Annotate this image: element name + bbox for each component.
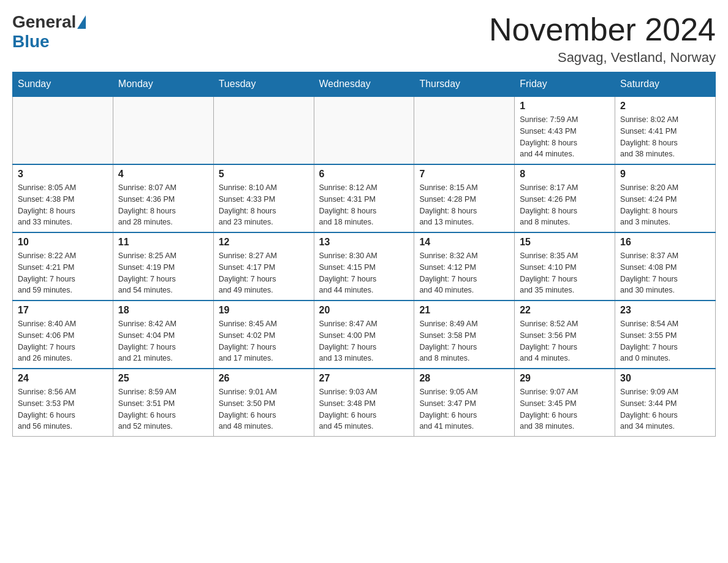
day-number: 10 xyxy=(18,237,108,248)
title-area: November 2024 Sagvag, Vestland, Norway xyxy=(489,12,716,66)
day-info: Sunrise: 8:30 AM Sunset: 4:15 PM Dayligh… xyxy=(319,250,409,296)
calendar-cell: 10Sunrise: 8:22 AM Sunset: 4:21 PM Dayli… xyxy=(13,232,113,301)
calendar-cell xyxy=(113,96,213,164)
day-number: 17 xyxy=(18,305,108,316)
calendar-header-wednesday: Wednesday xyxy=(314,72,414,97)
calendar-header-saturday: Saturday xyxy=(615,72,716,97)
day-info: Sunrise: 9:01 AM Sunset: 3:50 PM Dayligh… xyxy=(219,386,309,432)
day-number: 12 xyxy=(219,237,309,248)
day-number: 6 xyxy=(319,169,409,180)
day-info: Sunrise: 8:37 AM Sunset: 4:08 PM Dayligh… xyxy=(620,250,710,296)
calendar-cell: 6Sunrise: 8:12 AM Sunset: 4:31 PM Daylig… xyxy=(314,164,414,232)
day-number: 18 xyxy=(118,305,208,316)
calendar-cell: 19Sunrise: 8:45 AM Sunset: 4:02 PM Dayli… xyxy=(213,301,314,369)
day-info: Sunrise: 8:59 AM Sunset: 3:51 PM Dayligh… xyxy=(118,386,208,432)
day-info: Sunrise: 8:54 AM Sunset: 3:55 PM Dayligh… xyxy=(620,318,710,364)
logo-general-text: General xyxy=(12,12,76,32)
calendar-cell: 26Sunrise: 9:01 AM Sunset: 3:50 PM Dayli… xyxy=(213,369,314,437)
logo-triangle-icon xyxy=(77,15,86,29)
calendar-cell: 17Sunrise: 8:40 AM Sunset: 4:06 PM Dayli… xyxy=(13,301,113,369)
day-number: 30 xyxy=(620,373,710,384)
day-number: 7 xyxy=(419,169,509,180)
calendar-cell xyxy=(13,96,113,164)
calendar-cell xyxy=(414,96,515,164)
calendar-cell xyxy=(213,96,314,164)
week-row-3: 10Sunrise: 8:22 AM Sunset: 4:21 PM Dayli… xyxy=(13,232,716,301)
day-number: 11 xyxy=(118,237,208,248)
day-info: Sunrise: 9:05 AM Sunset: 3:47 PM Dayligh… xyxy=(419,386,509,432)
day-info: Sunrise: 9:07 AM Sunset: 3:45 PM Dayligh… xyxy=(520,386,610,432)
day-info: Sunrise: 7:59 AM Sunset: 4:43 PM Dayligh… xyxy=(520,114,610,160)
day-info: Sunrise: 9:03 AM Sunset: 3:48 PM Dayligh… xyxy=(319,386,409,432)
calendar-cell: 21Sunrise: 8:49 AM Sunset: 3:58 PM Dayli… xyxy=(414,301,515,369)
day-number: 21 xyxy=(419,305,509,316)
calendar-cell: 11Sunrise: 8:25 AM Sunset: 4:19 PM Dayli… xyxy=(113,232,213,301)
day-number: 16 xyxy=(620,237,710,248)
day-number: 29 xyxy=(520,373,610,384)
day-number: 3 xyxy=(18,169,108,180)
day-info: Sunrise: 8:40 AM Sunset: 4:06 PM Dayligh… xyxy=(18,318,108,364)
day-info: Sunrise: 8:25 AM Sunset: 4:19 PM Dayligh… xyxy=(118,250,208,296)
calendar-cell xyxy=(314,96,414,164)
day-info: Sunrise: 8:52 AM Sunset: 3:56 PM Dayligh… xyxy=(520,318,610,364)
day-info: Sunrise: 8:12 AM Sunset: 4:31 PM Dayligh… xyxy=(319,182,409,228)
day-number: 27 xyxy=(319,373,409,384)
calendar-header-thursday: Thursday xyxy=(414,72,515,97)
page-header: General Blue November 2024 Sagvag, Vestl… xyxy=(12,12,716,66)
day-info: Sunrise: 8:47 AM Sunset: 4:00 PM Dayligh… xyxy=(319,318,409,364)
day-info: Sunrise: 8:32 AM Sunset: 4:12 PM Dayligh… xyxy=(419,250,509,296)
day-number: 23 xyxy=(620,305,710,316)
day-info: Sunrise: 8:02 AM Sunset: 4:41 PM Dayligh… xyxy=(620,114,710,160)
day-info: Sunrise: 9:09 AM Sunset: 3:44 PM Dayligh… xyxy=(620,386,710,432)
day-number: 2 xyxy=(620,101,710,112)
calendar-header-tuesday: Tuesday xyxy=(213,72,314,97)
calendar-cell: 27Sunrise: 9:03 AM Sunset: 3:48 PM Dayli… xyxy=(314,369,414,437)
day-number: 15 xyxy=(520,237,610,248)
week-row-1: 1Sunrise: 7:59 AM Sunset: 4:43 PM Daylig… xyxy=(13,96,716,164)
calendar-cell: 16Sunrise: 8:37 AM Sunset: 4:08 PM Dayli… xyxy=(615,232,716,301)
day-number: 20 xyxy=(319,305,409,316)
day-info: Sunrise: 8:15 AM Sunset: 4:28 PM Dayligh… xyxy=(419,182,509,228)
day-info: Sunrise: 8:10 AM Sunset: 4:33 PM Dayligh… xyxy=(219,182,309,228)
month-title: November 2024 xyxy=(489,12,716,47)
calendar-cell: 15Sunrise: 8:35 AM Sunset: 4:10 PM Dayli… xyxy=(515,232,615,301)
day-number: 5 xyxy=(219,169,309,180)
calendar-header-row: SundayMondayTuesdayWednesdayThursdayFrid… xyxy=(13,72,716,97)
calendar-header-friday: Friday xyxy=(515,72,615,97)
calendar-cell: 9Sunrise: 8:20 AM Sunset: 4:24 PM Daylig… xyxy=(615,164,716,232)
logo-blue-text: Blue xyxy=(12,32,50,51)
day-number: 28 xyxy=(419,373,509,384)
calendar-cell: 24Sunrise: 8:56 AM Sunset: 3:53 PM Dayli… xyxy=(13,369,113,437)
day-number: 25 xyxy=(118,373,208,384)
calendar-cell: 22Sunrise: 8:52 AM Sunset: 3:56 PM Dayli… xyxy=(515,301,615,369)
calendar-cell: 3Sunrise: 8:05 AM Sunset: 4:38 PM Daylig… xyxy=(13,164,113,232)
calendar-cell: 1Sunrise: 7:59 AM Sunset: 4:43 PM Daylig… xyxy=(515,96,615,164)
calendar-cell: 29Sunrise: 9:07 AM Sunset: 3:45 PM Dayli… xyxy=(515,369,615,437)
calendar-cell: 5Sunrise: 8:10 AM Sunset: 4:33 PM Daylig… xyxy=(213,164,314,232)
day-number: 13 xyxy=(319,237,409,248)
location-subtitle: Sagvag, Vestland, Norway xyxy=(489,50,716,66)
calendar-header-monday: Monday xyxy=(113,72,213,97)
calendar-cell: 2Sunrise: 8:02 AM Sunset: 4:41 PM Daylig… xyxy=(615,96,716,164)
day-info: Sunrise: 8:49 AM Sunset: 3:58 PM Dayligh… xyxy=(419,318,509,364)
day-info: Sunrise: 8:17 AM Sunset: 4:26 PM Dayligh… xyxy=(520,182,610,228)
calendar-cell: 30Sunrise: 9:09 AM Sunset: 3:44 PM Dayli… xyxy=(615,369,716,437)
logo: General Blue xyxy=(12,12,87,52)
calendar-cell: 28Sunrise: 9:05 AM Sunset: 3:47 PM Dayli… xyxy=(414,369,515,437)
calendar-cell: 8Sunrise: 8:17 AM Sunset: 4:26 PM Daylig… xyxy=(515,164,615,232)
calendar-cell: 20Sunrise: 8:47 AM Sunset: 4:00 PM Dayli… xyxy=(314,301,414,369)
week-row-2: 3Sunrise: 8:05 AM Sunset: 4:38 PM Daylig… xyxy=(13,164,716,232)
calendar-cell: 25Sunrise: 8:59 AM Sunset: 3:51 PM Dayli… xyxy=(113,369,213,437)
day-number: 26 xyxy=(219,373,309,384)
calendar-cell: 18Sunrise: 8:42 AM Sunset: 4:04 PM Dayli… xyxy=(113,301,213,369)
day-number: 8 xyxy=(520,169,610,180)
calendar-cell: 7Sunrise: 8:15 AM Sunset: 4:28 PM Daylig… xyxy=(414,164,515,232)
day-info: Sunrise: 8:05 AM Sunset: 4:38 PM Dayligh… xyxy=(18,182,108,228)
day-info: Sunrise: 8:35 AM Sunset: 4:10 PM Dayligh… xyxy=(520,250,610,296)
day-info: Sunrise: 8:22 AM Sunset: 4:21 PM Dayligh… xyxy=(18,250,108,296)
day-info: Sunrise: 8:45 AM Sunset: 4:02 PM Dayligh… xyxy=(219,318,309,364)
calendar-table: SundayMondayTuesdayWednesdayThursdayFrid… xyxy=(12,72,716,437)
day-number: 9 xyxy=(620,169,710,180)
day-number: 1 xyxy=(520,101,610,112)
day-number: 4 xyxy=(118,169,208,180)
